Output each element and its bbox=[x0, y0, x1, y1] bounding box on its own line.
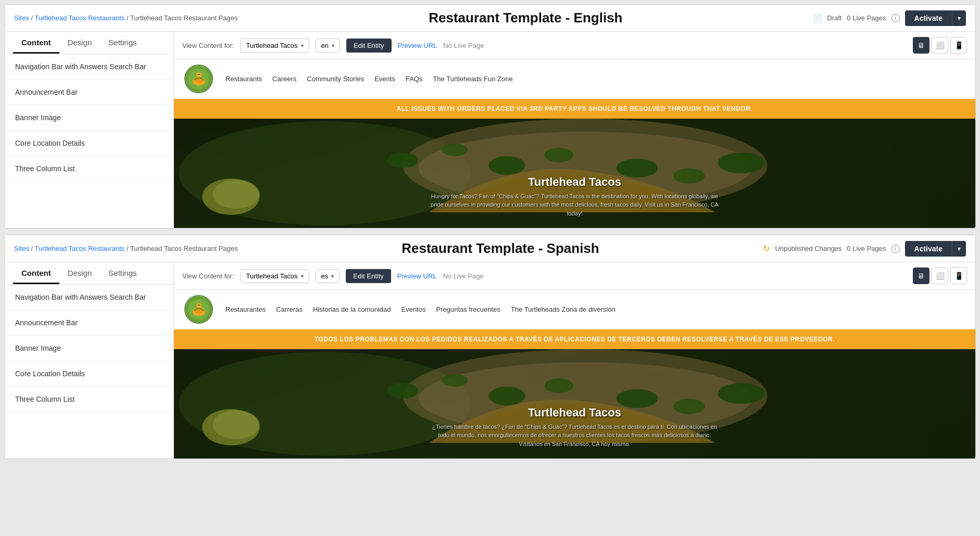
spanish-announcement-text: TODOS LOS PROBLEMAS CON LOS PEDIDOS REAL… bbox=[315, 336, 835, 343]
spanish-device-icons: 🖥 ⬜ 📱 bbox=[913, 267, 967, 284]
english-nav-logo bbox=[184, 65, 213, 93]
spanish-brand-dropdown[interactable]: Turtlehead Tacos ▾ bbox=[240, 269, 309, 283]
spanish-breadcrumb-restaurants-link[interactable]: Turtlehead Tacos Restaurants bbox=[35, 245, 125, 252]
english-top-bar: Sites / Turtlehead Tacos Restaurants / T… bbox=[5, 5, 975, 32]
spanish-tab-content[interactable]: Content bbox=[13, 262, 59, 284]
english-sidebar-item-core[interactable]: Core Location Details bbox=[5, 131, 173, 156]
english-banner-text: Turtlehead Tacos Hungry for Tacos? Fan o… bbox=[429, 175, 721, 218]
english-device-icons: 🖥 ⬜ 📱 bbox=[913, 37, 967, 54]
spanish-nav-link-faqs[interactable]: Preguntas frecuentes bbox=[436, 305, 500, 313]
english-nav-link-community[interactable]: Community Stories bbox=[307, 75, 364, 83]
spanish-nav-link-restaurants[interactable]: Restaurantes bbox=[225, 305, 266, 313]
spanish-sidebar-item-nav[interactable]: Navigation Bar with Answers Search Bar bbox=[5, 285, 173, 310]
english-draft-icon: 📄 bbox=[813, 14, 822, 22]
english-preview-url-link[interactable]: Preview URL bbox=[398, 42, 437, 49]
spanish-activate-button[interactable]: Activate bbox=[905, 241, 952, 257]
english-announcement-bar: ALL ISSUES WITH ORDERS PLACED VIA 3RD PA… bbox=[174, 99, 975, 119]
english-lang-dropdown-arrow: ▾ bbox=[332, 43, 334, 48]
spanish-logo-svg bbox=[189, 299, 209, 320]
english-tab-design[interactable]: Design bbox=[59, 32, 100, 54]
spanish-page-title: Restaurant Template - Spanish bbox=[238, 240, 763, 257]
english-tab-content[interactable]: Content bbox=[13, 32, 59, 54]
spanish-top-actions: ↻ Unpublished Changes 0 Live Pages i Act… bbox=[763, 241, 966, 257]
spanish-brand-dropdown-arrow: ▾ bbox=[301, 273, 304, 279]
spanish-top-bar: Sites / Turtlehead Tacos Restaurants / T… bbox=[5, 235, 975, 262]
spanish-device-desktop[interactable]: 🖥 bbox=[913, 267, 929, 284]
english-device-tablet[interactable]: ⬜ bbox=[932, 37, 948, 54]
spanish-unpublished-label: Unpublished Changes bbox=[775, 245, 841, 252]
english-banner-subtitle: Hungry for Tacos? Fan of "Chips & Guac"?… bbox=[429, 192, 721, 218]
english-live-pages: 0 Live Pages bbox=[847, 14, 886, 22]
english-preview-toolbar: View Content for: Turtlehead Tacos ▾ en … bbox=[174, 32, 975, 59]
english-activate-button[interactable]: Activate bbox=[905, 10, 952, 26]
spanish-nav-link-community[interactable]: Historias de la comunidad bbox=[313, 305, 391, 313]
spanish-device-mobile[interactable]: 📱 bbox=[950, 267, 967, 284]
spanish-sidebar: Content Design Settings Navigation Bar w… bbox=[5, 262, 174, 458]
english-page-title: Restaurant Template - English bbox=[238, 10, 814, 26]
english-nav-link-restaurants[interactable]: Restaurants bbox=[225, 75, 262, 83]
spanish-preview-url-link[interactable]: Preview URL bbox=[397, 272, 437, 280]
spanish-nav-link-funzone[interactable]: The Turtleheads Zona de diversión bbox=[511, 305, 615, 313]
spanish-info-icon[interactable]: i bbox=[891, 245, 900, 253]
spanish-brand-dropdown-label: Turtlehead Tacos bbox=[246, 272, 297, 280]
english-nav-link-events[interactable]: Events bbox=[374, 75, 395, 83]
english-announcement-text: ALL ISSUES WITH ORDERS PLACED VIA 3RD PA… bbox=[397, 105, 752, 112]
spanish-tab-settings[interactable]: Settings bbox=[100, 262, 145, 284]
english-lang-dropdown[interactable]: en ▾ bbox=[316, 39, 340, 53]
english-banner-title: Turtlehead Tacos bbox=[429, 175, 721, 189]
spanish-preview-toolbar: View Content for: Turtlehead Tacos ▾ es … bbox=[174, 262, 975, 290]
english-activate-dropdown[interactable]: ▾ bbox=[952, 10, 966, 26]
spanish-device-tablet[interactable]: ⬜ bbox=[932, 267, 948, 284]
english-top-actions: 📄 Draft 0 Live Pages i Activate ▾ bbox=[813, 10, 966, 26]
english-sidebar-item-nav[interactable]: Navigation Bar with Answers Search Bar bbox=[5, 54, 173, 80]
spanish-banner-title: Turtlehead Tacos bbox=[429, 406, 721, 419]
english-template-block: Sites / Turtlehead Tacos Restaurants / T… bbox=[4, 4, 976, 228]
spanish-nav-links: Restaurantes Carreras Historias de la co… bbox=[225, 305, 615, 313]
english-sidebar-item-three-col[interactable]: Three Column List bbox=[5, 156, 173, 182]
spanish-breadcrumb-sites-link[interactable]: Sites bbox=[14, 245, 29, 252]
english-draft-label: Draft bbox=[827, 14, 841, 22]
english-nav-link-faqs[interactable]: FAQs bbox=[406, 75, 423, 83]
spanish-nav-bar: Restaurantes Carreras Historias de la co… bbox=[174, 290, 975, 329]
breadcrumb-restaurants-link[interactable]: Turtlehead Tacos Restaurants bbox=[35, 14, 125, 22]
english-nav-logo-inner bbox=[185, 66, 212, 92]
english-brand-dropdown[interactable]: Turtlehead Tacos ▾ bbox=[240, 39, 309, 53]
spanish-sidebar-item-banner[interactable]: Banner Image bbox=[5, 336, 173, 361]
spanish-breadcrumb-pages: Turtlehead Tacos Restaurant Pages bbox=[130, 245, 238, 252]
spanish-sidebar-item-announcement[interactable]: Announcement Bar bbox=[5, 310, 173, 336]
english-tab-settings[interactable]: Settings bbox=[100, 32, 145, 54]
english-sidebar-tabs: Content Design Settings bbox=[5, 32, 173, 54]
spanish-lang-dropdown-arrow: ▾ bbox=[331, 273, 334, 279]
spanish-nav-link-careers[interactable]: Carreras bbox=[276, 305, 303, 313]
spanish-tab-design[interactable]: Design bbox=[59, 262, 100, 284]
english-nav-link-careers[interactable]: Careers bbox=[272, 75, 296, 83]
spanish-view-content-label: View Content for: bbox=[182, 272, 234, 280]
spanish-sidebar-item-core[interactable]: Core Location Details bbox=[5, 361, 173, 387]
spanish-activate-dropdown[interactable]: ▾ bbox=[952, 241, 966, 257]
english-sidebar-item-announcement[interactable]: Announcement Bar bbox=[5, 80, 173, 105]
english-preview-content: Restaurants Careers Community Stories Ev… bbox=[174, 59, 975, 228]
english-nav-link-funzone[interactable]: The Turtleheads Fun Zone bbox=[433, 75, 512, 83]
breadcrumb-sites-link[interactable]: Sites bbox=[14, 14, 29, 22]
spanish-unpublished-icon: ↻ bbox=[763, 244, 770, 253]
spanish-announcement-bar: TODOS LOS PROBLEMAS CON LOS PEDIDOS REAL… bbox=[174, 329, 975, 349]
english-lang-dropdown-label: en bbox=[321, 42, 329, 49]
english-device-desktop[interactable]: 🖥 bbox=[913, 37, 929, 54]
spanish-content-area: Content Design Settings Navigation Bar w… bbox=[5, 262, 975, 458]
english-sidebar-item-banner[interactable]: Banner Image bbox=[5, 105, 173, 131]
english-nav-links: Restaurants Careers Community Stories Ev… bbox=[225, 75, 513, 83]
english-brand-dropdown-arrow: ▾ bbox=[301, 43, 304, 48]
english-activate-group: Activate ▾ bbox=[905, 10, 966, 26]
spanish-lang-dropdown[interactable]: es ▾ bbox=[316, 269, 340, 283]
english-banner-image: Turtlehead Tacos Hungry for Tacos? Fan o… bbox=[174, 119, 975, 228]
spanish-nav-link-events[interactable]: Eventos bbox=[401, 305, 425, 313]
spanish-sidebar-item-three-col[interactable]: Three Column List bbox=[5, 387, 173, 412]
spanish-nav-logo bbox=[184, 295, 213, 324]
breadcrumb-pages: Turtlehead Tacos Restaurant Pages bbox=[130, 14, 238, 22]
english-nav-bar: Restaurants Careers Community Stories Ev… bbox=[174, 59, 975, 99]
spanish-banner-image: Turtlehead Tacos ¿Tienes hambre de tacos… bbox=[174, 349, 975, 458]
english-device-mobile[interactable]: 📱 bbox=[950, 37, 967, 54]
english-info-icon[interactable]: i bbox=[891, 14, 900, 22]
spanish-edit-entity-button[interactable]: Edit Entity bbox=[346, 269, 391, 283]
english-edit-entity-button[interactable]: Edit Entity bbox=[346, 39, 392, 53]
